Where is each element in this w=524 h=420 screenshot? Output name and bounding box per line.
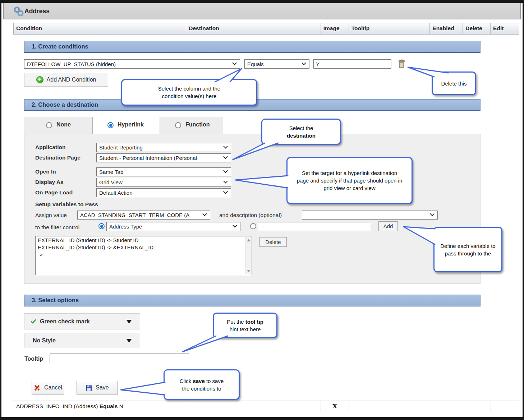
save-button[interactable]: Save xyxy=(77,381,118,394)
filter-control-select[interactable]: Address Type xyxy=(106,222,240,231)
destination-page-select[interactable]: Student - Personal Information (Personal xyxy=(96,153,231,162)
callout-define-variable: Define each variable to pass through to … xyxy=(433,227,502,272)
callout-click-save: Click save to save the conditions to xyxy=(164,369,240,400)
assign-value-value: ACAD_STANDING_START_TERM_CODE (A xyxy=(78,212,203,218)
column-header-destination: Destination xyxy=(186,23,321,34)
destination-hyperlink-label[interactable]: Hyperlink xyxy=(118,121,144,128)
callout-select-destination: Select the destination xyxy=(261,119,341,145)
callout-tooltip-hint: Put the tool tip hint text here xyxy=(213,313,277,338)
chevron-down-icon xyxy=(223,169,228,173)
callout-text-bold: tool tip xyxy=(245,319,263,325)
open-in-label: Open In xyxy=(35,169,56,175)
filter-control-value: Address Type xyxy=(107,223,233,230)
column-header-edit: Edit xyxy=(491,23,519,34)
condition-column-select[interactable]: DTEFOLLOW_UP_STATUS (hidden) xyxy=(24,59,240,69)
assign-value-label: Assign value xyxy=(35,212,67,218)
delete-variable-button[interactable]: Delete xyxy=(259,237,287,247)
chevron-down-icon xyxy=(232,60,237,65)
chevron-down-icon xyxy=(202,212,207,216)
caret-down-icon xyxy=(126,320,132,323)
application-value: Student Reporting xyxy=(97,144,224,151)
green-check-icon xyxy=(31,318,36,324)
display-as-label: Display As xyxy=(35,179,64,185)
scroll-down-icon[interactable] xyxy=(247,270,250,272)
callout-text: Put the xyxy=(227,319,245,325)
open-in-select[interactable]: Same Tab xyxy=(96,167,231,176)
condition-operator-select[interactable]: Equals xyxy=(244,59,309,69)
row-style-dropdown[interactable]: No Style xyxy=(24,333,140,348)
callout-text: to save xyxy=(205,378,224,384)
column-header-condition: Condition xyxy=(14,23,186,34)
callout-text-bold: destination xyxy=(287,133,316,139)
cancel-button[interactable]: Cancel xyxy=(32,381,64,394)
condition-value-input[interactable] xyxy=(313,59,391,69)
setup-variables-title: Setup Variables to Pass xyxy=(35,201,98,208)
variable-list-item[interactable]: -> xyxy=(36,251,252,258)
destination-hyperlink-radio[interactable] xyxy=(107,122,114,128)
variables-listbox[interactable]: EXTERNAL_ID (Student ID) -> Student ID E… xyxy=(35,236,252,275)
custom-value-radio[interactable] xyxy=(250,223,256,229)
display-as-select[interactable]: Grid View xyxy=(96,178,231,187)
callout-text-bold: save xyxy=(193,378,204,384)
chevron-down-icon xyxy=(233,223,237,228)
description-label: and description (optional) xyxy=(219,212,282,218)
delete-condition-trash-icon[interactable] xyxy=(397,59,406,69)
variable-list-item[interactable]: EXTERNAL_ID (Student ID) -> &EXTERNAL_ID xyxy=(36,244,252,251)
existing-tooltip-cell xyxy=(349,401,430,412)
grid-column-divider xyxy=(491,34,491,401)
chevron-down-icon xyxy=(223,179,228,184)
add-and-condition-label: Add AND Condition xyxy=(47,77,96,83)
grid-header-row: Condition Destination Image Tooltip Enab… xyxy=(13,23,519,34)
custom-value-input[interactable] xyxy=(258,222,370,231)
on-page-load-select[interactable]: Default Action xyxy=(96,188,231,197)
callout-text: Select the column and the xyxy=(122,85,256,92)
callout-text: Select the xyxy=(262,124,340,132)
callout-text: hint text here xyxy=(214,326,276,333)
variable-list-item[interactable]: EXTERNAL_ID (Student ID) -> Student ID xyxy=(36,236,252,244)
assign-value-select[interactable]: ACAD_STANDING_START_TERM_CODE (A xyxy=(77,211,210,220)
description-select[interactable] xyxy=(302,211,438,220)
chevron-down-icon xyxy=(223,154,228,159)
filter-control-radio[interactable] xyxy=(98,223,105,229)
column-header-tooltip: Tooltip xyxy=(349,23,430,34)
cancel-label: Cancel xyxy=(44,384,62,391)
chevron-down-icon xyxy=(430,212,435,216)
image-style-value: Green check mark xyxy=(40,318,90,325)
existing-condition-cell: ADDRESS_INFO_IND (Address) Equals N xyxy=(13,401,186,412)
tooltip-label: Tooltip xyxy=(24,356,43,362)
add-variable-label: Add xyxy=(383,223,393,229)
add-variable-button[interactable]: Add xyxy=(378,221,398,231)
title-bar: Address xyxy=(3,3,521,19)
callout-delete-this: Delete this xyxy=(432,71,476,95)
application-select[interactable]: Student Reporting xyxy=(96,143,231,152)
red-x-image-icon: X xyxy=(321,401,349,412)
callout-text: the conditions to xyxy=(165,385,239,392)
chevron-down-icon xyxy=(302,60,306,65)
link-chain-icon xyxy=(13,6,24,17)
column-header-image: Image xyxy=(321,23,349,34)
existing-condition-row: ADDRESS_INFO_IND (Address) Equals N X xyxy=(13,401,519,412)
page-title: Address xyxy=(24,3,50,19)
display-as-value: Grid View xyxy=(97,179,224,185)
callout-text: Define each variable to pass through to … xyxy=(440,242,496,257)
scroll-up-icon[interactable] xyxy=(247,239,250,241)
destination-none-label[interactable]: None xyxy=(56,121,71,128)
destination-none-radio[interactable] xyxy=(46,122,52,128)
callout-text: Delete this xyxy=(433,80,475,87)
application-label: Application xyxy=(35,144,65,151)
save-label: Save xyxy=(96,384,109,391)
existing-condition-value: N xyxy=(118,403,124,409)
destination-function-radio[interactable] xyxy=(175,122,181,128)
tooltip-input[interactable] xyxy=(50,354,189,363)
destination-page-label: Destination Page xyxy=(35,154,81,161)
listbox-scrollbar[interactable] xyxy=(245,237,251,274)
existing-condition-operator: Equals xyxy=(100,403,118,409)
existing-enabled-cell xyxy=(430,401,463,412)
existing-destination-cell xyxy=(186,401,321,412)
cancel-x-pencil-icon xyxy=(34,384,41,391)
destination-function-label[interactable]: Function xyxy=(185,121,210,128)
add-and-condition-button[interactable]: Add AND Condition xyxy=(24,73,108,87)
callout-set-target: Set the target for a hyperlink destinati… xyxy=(286,157,413,204)
image-style-dropdown[interactable]: Green check mark xyxy=(24,313,140,329)
chevron-down-icon xyxy=(223,144,228,149)
